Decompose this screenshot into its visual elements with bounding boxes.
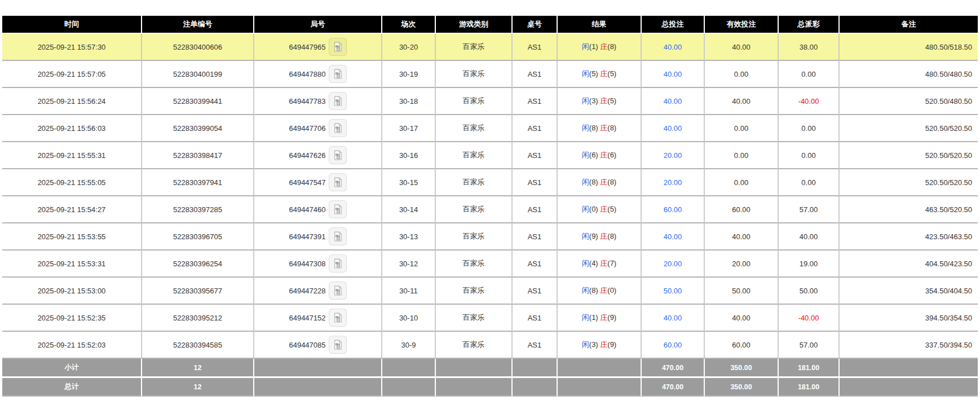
cell-game-type: 百家乐 <box>436 251 513 278</box>
cell-result: 闲(0) 庄(5) <box>558 196 642 223</box>
summary-empty-cell <box>558 359 642 378</box>
banker-points: (8) <box>607 42 616 51</box>
cell-valid-bet: 0.00 <box>705 169 779 196</box>
banker-points: (5) <box>607 205 616 213</box>
cell-time: 2025-09-21 15:56:24 <box>2 88 142 115</box>
cell-valid-bet: 40.00 <box>705 34 779 61</box>
cell-round-id: 649447391 <box>254 223 382 251</box>
banker-points: (6) <box>607 151 616 159</box>
video-replay-button[interactable] <box>329 227 347 245</box>
total-bet-link[interactable]: 50.00 <box>642 278 705 305</box>
cell-round-id: 649447880 <box>254 61 382 88</box>
table-footer: 小计12470.00350.00181.00总计12470.00350.0018… <box>2 359 978 397</box>
cell-game-type: 百家乐 <box>436 61 513 88</box>
video-replay-button[interactable] <box>329 200 347 218</box>
summary-count: 12 <box>142 378 254 397</box>
cell-session: 30-12 <box>382 251 436 278</box>
cell-round-id: 649447085 <box>254 332 382 359</box>
cell-game-type: 百家乐 <box>436 88 513 115</box>
total-bet-link[interactable]: 40.00 <box>642 88 705 115</box>
video-replay-button[interactable] <box>329 38 347 56</box>
cell-total-payout: 0.00 <box>779 142 840 169</box>
table-row: 2025-09-21 15:56:24522830399441649447783… <box>2 88 978 115</box>
player-result-label: 闲 <box>582 124 589 132</box>
cell-remark: 404.50/423.50 <box>840 251 978 278</box>
total-bet-link[interactable]: 20.00 <box>642 142 705 169</box>
total-bet-link[interactable]: 40.00 <box>642 115 705 142</box>
video-replay-button[interactable] <box>329 282 347 300</box>
banker-result-label: 庄 <box>600 96 607 105</box>
player-result-label: 闲 <box>582 42 589 51</box>
summary-label: 总计 <box>2 378 142 397</box>
cell-valid-bet: 60.00 <box>705 196 779 223</box>
bet-history-page: 时间注单编号局号场次游戏类别桌号结果总投注有效投注总派彩备注 2025-09-2… <box>0 0 980 413</box>
cell-session: 30-17 <box>382 115 436 142</box>
banker-points: (8) <box>607 124 616 132</box>
total-bet-link[interactable]: 40.00 <box>642 223 705 251</box>
round-id-text: 649447152 <box>289 314 325 322</box>
total-bet-link[interactable]: 40.00 <box>642 61 705 88</box>
video-replay-button[interactable] <box>329 254 347 273</box>
cell-total-payout: -40.00 <box>779 88 840 115</box>
table-row: 2025-09-21 15:56:03522830399054649447706… <box>2 115 978 142</box>
cell-time: 2025-09-21 15:57:30 <box>2 34 142 61</box>
round-id-text: 649447085 <box>289 341 325 349</box>
video-replay-button[interactable] <box>329 65 347 83</box>
video-replay-button[interactable] <box>329 309 347 327</box>
video-replay-button[interactable] <box>329 146 347 164</box>
cell-session: 30-18 <box>382 88 436 115</box>
total-bet-link[interactable]: 40.00 <box>642 305 705 332</box>
player-points: (3) <box>589 96 598 105</box>
cell-bet-id: 522830398417 <box>142 142 254 169</box>
table-row: 2025-09-21 15:57:30522830400606649447965… <box>2 34 978 61</box>
summary-total-bet: 470.00 <box>642 378 705 397</box>
round-id-text: 649447965 <box>289 43 325 51</box>
round-id-text: 649447783 <box>289 97 325 106</box>
cell-table-no: AS1 <box>513 305 558 332</box>
col-header-time: 时间 <box>2 16 142 34</box>
cell-game-type: 百家乐 <box>436 305 513 332</box>
video-replay-button[interactable] <box>329 173 347 191</box>
total-bet-link[interactable]: 20.00 <box>642 169 705 196</box>
cell-remark: 520.50/480.50 <box>840 88 978 115</box>
cell-session: 30-14 <box>382 196 436 223</box>
round-id-text: 649447626 <box>289 151 325 160</box>
cell-bet-id: 522830396705 <box>142 223 254 251</box>
cell-table-no: AS1 <box>513 169 558 196</box>
cell-round-id: 649447965 <box>254 34 382 61</box>
cell-bet-id: 522830396254 <box>142 251 254 278</box>
banker-points: (7) <box>607 259 616 267</box>
total-bet-link[interactable]: 40.00 <box>642 34 705 61</box>
cell-game-type: 百家乐 <box>436 278 513 305</box>
video-replay-button[interactable] <box>329 336 347 354</box>
cell-table-no: AS1 <box>513 251 558 278</box>
table-row: 2025-09-21 15:57:05522830400199649447880… <box>2 61 978 88</box>
round-id-text: 649447880 <box>289 70 325 78</box>
table-row: 2025-09-21 15:53:00522830395677649447228… <box>2 278 978 305</box>
table-row: 2025-09-21 15:55:31522830398417649447626… <box>2 142 978 169</box>
summary-empty-cell <box>382 359 436 378</box>
col-header-result: 结果 <box>558 16 642 34</box>
summary-empty-cell <box>558 378 642 397</box>
cell-bet-id: 522830397285 <box>142 196 254 223</box>
video-replay-button[interactable] <box>329 119 347 137</box>
cell-valid-bet: 40.00 <box>705 305 779 332</box>
table-header: 时间注单编号局号场次游戏类别桌号结果总投注有效投注总派彩备注 <box>2 16 978 34</box>
video-replay-button[interactable] <box>329 92 347 110</box>
round-id-text: 649447391 <box>289 232 325 241</box>
cell-game-type: 百家乐 <box>436 142 513 169</box>
total-bet-link[interactable]: 20.00 <box>642 251 705 278</box>
cell-remark: 463.50/520.50 <box>840 196 978 223</box>
cell-game-type: 百家乐 <box>436 34 513 61</box>
summary-label: 小计 <box>2 359 142 378</box>
cell-time: 2025-09-21 15:53:55 <box>2 223 142 251</box>
cell-table-no: AS1 <box>513 196 558 223</box>
cell-time: 2025-09-21 15:56:03 <box>2 115 142 142</box>
total-bet-link[interactable]: 60.00 <box>642 196 705 223</box>
banker-points: (8) <box>607 232 616 240</box>
video-replay-icon <box>332 150 343 161</box>
grand-total-row: 总计12470.00350.00181.00 <box>2 378 978 397</box>
cell-bet-id: 522830400606 <box>142 34 254 61</box>
col-header-table-no: 桌号 <box>513 16 558 34</box>
total-bet-link[interactable]: 60.00 <box>642 332 705 359</box>
